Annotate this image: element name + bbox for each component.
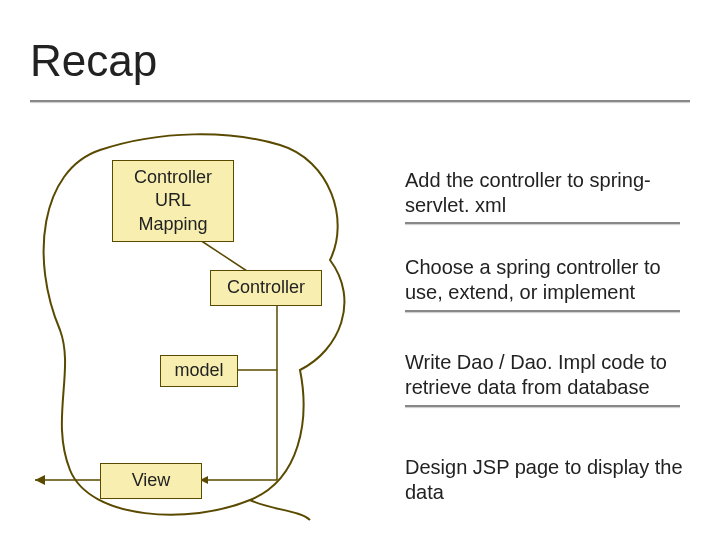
page-title: Recap: [30, 36, 157, 86]
box-url-mapping: Controller URL Mapping: [112, 160, 234, 242]
box-view: View: [100, 463, 202, 499]
annotation-2: Choose a spring controller to use, exten…: [405, 255, 695, 305]
svg-line-0: [200, 240, 250, 273]
annotation-1-underline: [405, 222, 680, 224]
box-model: model: [160, 355, 238, 387]
annotation-3: Write Dao / Dao. Impl code to retrieve d…: [405, 350, 695, 400]
title-underline: [30, 100, 690, 102]
annotation-1: Add the controller to spring-servlet. xm…: [405, 168, 695, 218]
svg-marker-6: [35, 475, 45, 485]
annotation-4: Design JSP page to display the data: [405, 455, 695, 505]
box-controller: Controller: [210, 270, 322, 306]
annotation-2-underline: [405, 310, 680, 312]
annotation-3-underline: [405, 405, 680, 407]
